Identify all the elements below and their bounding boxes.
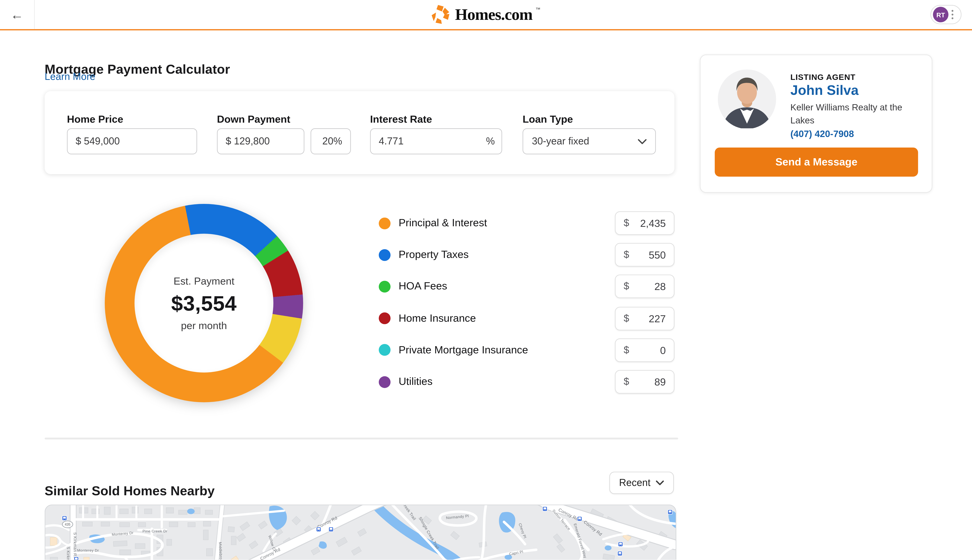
page: ← Homes.com ™ RT Mortgage Payment Calcul… xyxy=(0,0,972,560)
currency-symbol: $ xyxy=(624,339,629,362)
legend-label: Utilities xyxy=(398,370,433,394)
transit-stop-icon xyxy=(543,507,547,511)
interest-rate-label: Interest Rate xyxy=(370,113,432,125)
svg-text:435: 435 xyxy=(65,522,70,527)
transit-stop-icon xyxy=(618,551,622,556)
legend-row: Utilities$89 xyxy=(379,370,674,394)
homes-logo-icon xyxy=(430,4,451,25)
interest-rate-percent-suffix: % xyxy=(486,128,495,154)
amount-value: 2,435 xyxy=(640,212,666,234)
transit-stop-icon xyxy=(577,517,582,521)
transit-stop-icon xyxy=(74,557,78,560)
down-payment-input[interactable] xyxy=(217,128,304,154)
amount-value: 89 xyxy=(654,371,666,393)
back-button[interactable]: ← xyxy=(0,0,35,29)
transit-stop-icon xyxy=(668,510,672,514)
down-payment-label: Down Payment xyxy=(217,113,290,125)
est-payment-label: Est. Payment xyxy=(173,275,235,287)
map-canvas[interactable]: 435 S Kirkman RdS Kirkman RdMonterey DrM… xyxy=(45,505,676,560)
loan-type-select[interactable]: 30-year fixed xyxy=(523,128,656,154)
homes-logo-text: Homes.com xyxy=(455,5,532,24)
legend-label: Private Mortgage Insurance xyxy=(398,338,528,363)
currency-symbol: $ xyxy=(624,244,629,266)
learn-more-link[interactable]: Learn More xyxy=(45,71,95,82)
map-road-label: S Kirkman Rd xyxy=(66,547,70,560)
payment-amount-input[interactable]: $550 xyxy=(615,243,674,267)
currency-symbol: $ xyxy=(624,212,629,234)
legend-row: HOA Fees$28 xyxy=(379,274,674,299)
legend-label: Property Taxes xyxy=(398,242,469,267)
down-payment-percent-input[interactable] xyxy=(311,128,351,154)
legend-row: Principal & Interest$2,435 xyxy=(379,211,674,236)
amount-value: 550 xyxy=(649,244,666,266)
legend-dot xyxy=(379,312,390,324)
legend-dot xyxy=(379,217,390,229)
legend-dot xyxy=(379,249,390,261)
legend-row: Home Insurance$227 xyxy=(379,306,674,331)
est-payment-value: $3,554 xyxy=(171,291,237,315)
map-road-label: Pine Creek Dr xyxy=(142,529,167,533)
legend-row: Property Taxes$550 xyxy=(379,242,674,267)
currency-symbol: $ xyxy=(624,275,629,298)
loan-type-value: 30-year fixed xyxy=(532,136,589,147)
agent-company: Keller Williams Realty at the Lakes xyxy=(790,101,922,127)
payment-amount-input[interactable]: $0 xyxy=(615,338,674,362)
agent-photo xyxy=(718,69,776,129)
chevron-down-icon xyxy=(656,480,664,485)
payment-amount-input[interactable]: $2,435 xyxy=(615,211,674,235)
currency-symbol: $ xyxy=(624,371,629,393)
agent-name-link[interactable]: John Silva xyxy=(790,82,859,98)
send-message-button[interactable]: Send a Message xyxy=(715,148,918,177)
listing-agent-card: LISTING AGENT John Silva Keller Williams… xyxy=(700,55,932,193)
chevron-down-icon xyxy=(638,138,647,144)
legend-dot xyxy=(379,344,390,356)
map-road-label: Monterey Dr xyxy=(77,548,99,552)
transit-stop-icon xyxy=(618,542,623,547)
section-divider xyxy=(45,438,678,440)
amount-value: 28 xyxy=(654,275,666,298)
home-price-input[interactable] xyxy=(67,128,197,154)
donut-center: Est. Payment $3,554 per month xyxy=(135,233,273,372)
sort-dropdown[interactable]: Recent xyxy=(609,472,674,494)
top-bar: ← Homes.com ™ RT xyxy=(0,0,972,30)
map-road-label: S Kirkman Rd xyxy=(73,532,77,558)
legend-label: HOA Fees xyxy=(398,274,447,299)
mortgage-calculator-card: Home Price Down Payment Interest Rate % … xyxy=(45,91,675,174)
legend-dot xyxy=(379,376,390,388)
sort-dropdown-value: Recent xyxy=(619,477,650,488)
route-shield-435: 435 xyxy=(62,521,73,528)
transit-stop-icon xyxy=(62,516,67,520)
homes-logo[interactable]: Homes.com ™ xyxy=(430,0,542,29)
legend-row: Private Mortgage Insurance$0 xyxy=(379,338,674,363)
similar-homes-title: Similar Sold Homes Nearby xyxy=(45,484,215,499)
agent-phone-link[interactable]: (407) 420-7908 xyxy=(790,128,854,139)
currency-symbol: $ xyxy=(624,307,629,330)
transit-stop-icon xyxy=(329,527,333,532)
interest-rate-input[interactable] xyxy=(370,128,502,154)
amount-value: 0 xyxy=(660,339,665,362)
payment-breakdown-legend: Principal & Interest$2,435Property Taxes… xyxy=(379,211,674,394)
legend-label: Home Insurance xyxy=(398,306,476,331)
amount-value: 227 xyxy=(649,307,666,330)
legend-dot xyxy=(379,281,390,293)
avatar: RT xyxy=(933,7,949,22)
listing-agent-eyebrow: LISTING AGENT xyxy=(790,73,855,82)
kebab-menu-icon xyxy=(952,10,954,19)
trademark-symbol: ™ xyxy=(535,7,541,12)
payment-breakdown-donut-chart: Est. Payment $3,554 per month xyxy=(105,204,303,402)
account-menu-button[interactable]: RT xyxy=(930,5,961,24)
home-price-label: Home Price xyxy=(67,113,123,125)
loan-type-label: Loan Type xyxy=(523,113,573,125)
transit-stop-icon xyxy=(316,527,321,532)
payment-amount-input[interactable]: $89 xyxy=(615,370,674,393)
payment-amount-input[interactable]: $227 xyxy=(615,307,674,330)
back-arrow-icon: ← xyxy=(10,7,23,22)
payment-amount-input[interactable]: $28 xyxy=(615,275,674,298)
per-month-label: per month xyxy=(181,320,227,332)
legend-label: Principal & Interest xyxy=(398,211,487,236)
